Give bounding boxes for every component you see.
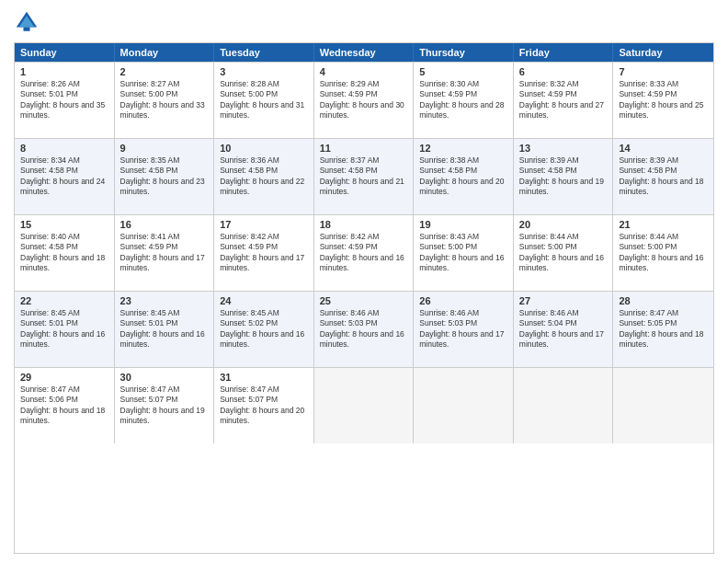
calendar-day-23: 23Sunrise: 8:45 AMSunset: 5:01 PMDayligh… bbox=[115, 292, 215, 367]
calendar-day-26: 26Sunrise: 8:46 AMSunset: 5:03 PMDayligh… bbox=[414, 292, 514, 367]
day-details: Sunrise: 8:27 AMSunset: 5:00 PMDaylight:… bbox=[120, 79, 209, 121]
logo-icon bbox=[14, 9, 40, 35]
day-number: 15 bbox=[20, 219, 108, 230]
weekday-header-thursday: Thursday bbox=[414, 43, 514, 62]
day-number: 27 bbox=[519, 295, 608, 306]
day-number: 26 bbox=[419, 295, 507, 306]
page: SundayMondayTuesdayWednesdayThursdayFrid… bbox=[0, 0, 728, 563]
calendar-day-21: 21Sunrise: 8:44 AMSunset: 5:00 PMDayligh… bbox=[613, 215, 713, 291]
day-number: 5 bbox=[419, 66, 507, 77]
day-number: 21 bbox=[619, 219, 708, 230]
day-number: 18 bbox=[320, 219, 408, 230]
day-details: Sunrise: 8:32 AMSunset: 4:59 PMDaylight:… bbox=[519, 79, 608, 121]
day-details: Sunrise: 8:47 AMSunset: 5:06 PMDaylight:… bbox=[20, 385, 108, 427]
day-number: 19 bbox=[419, 219, 507, 230]
day-number: 1 bbox=[20, 66, 108, 77]
day-number: 13 bbox=[519, 143, 608, 154]
day-details: Sunrise: 8:43 AMSunset: 5:00 PMDaylight:… bbox=[419, 232, 507, 274]
weekday-header-tuesday: Tuesday bbox=[214, 43, 314, 62]
calendar-day-5: 5Sunrise: 8:30 AMSunset: 4:59 PMDaylight… bbox=[414, 63, 514, 138]
svg-rect-2 bbox=[24, 28, 30, 31]
calendar-empty-cell bbox=[414, 368, 514, 443]
calendar-day-13: 13Sunrise: 8:39 AMSunset: 4:58 PMDayligh… bbox=[514, 139, 614, 214]
day-number: 25 bbox=[320, 295, 408, 306]
day-number: 14 bbox=[619, 143, 708, 154]
day-number: 11 bbox=[320, 143, 408, 154]
calendar-day-30: 30Sunrise: 8:47 AMSunset: 5:07 PMDayligh… bbox=[115, 368, 215, 443]
calendar-day-11: 11Sunrise: 8:37 AMSunset: 4:58 PMDayligh… bbox=[314, 139, 415, 214]
calendar-day-16: 16Sunrise: 8:41 AMSunset: 4:59 PMDayligh… bbox=[115, 215, 215, 291]
calendar-day-6: 6Sunrise: 8:32 AMSunset: 4:59 PMDaylight… bbox=[514, 63, 614, 138]
day-details: Sunrise: 8:35 AMSunset: 4:58 PMDaylight:… bbox=[120, 155, 209, 198]
calendar-week-2: 8Sunrise: 8:34 AMSunset: 4:58 PMDaylight… bbox=[15, 138, 713, 214]
day-number: 20 bbox=[519, 219, 608, 230]
calendar-day-15: 15Sunrise: 8:40 AMSunset: 4:58 PMDayligh… bbox=[15, 215, 115, 291]
calendar-week-4: 22Sunrise: 8:45 AMSunset: 5:01 PMDayligh… bbox=[15, 291, 713, 367]
day-number: 6 bbox=[519, 66, 608, 77]
day-details: Sunrise: 8:36 AMSunset: 4:58 PMDaylight:… bbox=[220, 155, 308, 198]
calendar-day-28: 28Sunrise: 8:47 AMSunset: 5:05 PMDayligh… bbox=[613, 292, 713, 367]
calendar-day-25: 25Sunrise: 8:46 AMSunset: 5:03 PMDayligh… bbox=[314, 292, 415, 367]
calendar-day-2: 2Sunrise: 8:27 AMSunset: 5:00 PMDaylight… bbox=[115, 63, 215, 138]
day-number: 8 bbox=[20, 143, 108, 154]
weekday-header-monday: Monday bbox=[115, 43, 215, 62]
day-number: 17 bbox=[220, 219, 308, 230]
weekday-header-friday: Friday bbox=[514, 43, 614, 62]
weekday-header-wednesday: Wednesday bbox=[314, 43, 415, 62]
calendar-empty-cell bbox=[314, 368, 415, 443]
day-details: Sunrise: 8:34 AMSunset: 4:58 PMDaylight:… bbox=[20, 155, 108, 198]
header bbox=[14, 9, 714, 35]
day-details: Sunrise: 8:45 AMSunset: 5:01 PMDaylight:… bbox=[20, 308, 108, 350]
calendar-day-22: 22Sunrise: 8:45 AMSunset: 5:01 PMDayligh… bbox=[15, 292, 115, 367]
day-details: Sunrise: 8:42 AMSunset: 4:59 PMDaylight:… bbox=[320, 232, 408, 274]
day-number: 4 bbox=[320, 66, 408, 77]
calendar-day-3: 3Sunrise: 8:28 AMSunset: 5:00 PMDaylight… bbox=[214, 63, 314, 138]
calendar-header: SundayMondayTuesdayWednesdayThursdayFrid… bbox=[15, 43, 713, 62]
day-details: Sunrise: 8:38 AMSunset: 4:58 PMDaylight:… bbox=[419, 155, 507, 198]
calendar-empty-cell bbox=[613, 368, 713, 443]
calendar-day-8: 8Sunrise: 8:34 AMSunset: 4:58 PMDaylight… bbox=[15, 139, 115, 214]
calendar-day-24: 24Sunrise: 8:45 AMSunset: 5:02 PMDayligh… bbox=[214, 292, 314, 367]
day-details: Sunrise: 8:29 AMSunset: 4:59 PMDaylight:… bbox=[320, 79, 408, 121]
day-number: 30 bbox=[120, 372, 209, 383]
calendar-day-31: 31Sunrise: 8:47 AMSunset: 5:07 PMDayligh… bbox=[214, 368, 314, 443]
calendar-day-18: 18Sunrise: 8:42 AMSunset: 4:59 PMDayligh… bbox=[314, 215, 415, 291]
day-details: Sunrise: 8:30 AMSunset: 4:59 PMDaylight:… bbox=[419, 79, 507, 121]
calendar-day-10: 10Sunrise: 8:36 AMSunset: 4:58 PMDayligh… bbox=[214, 139, 314, 214]
calendar-day-4: 4Sunrise: 8:29 AMSunset: 4:59 PMDaylight… bbox=[314, 63, 415, 138]
day-number: 2 bbox=[120, 66, 209, 77]
weekday-header-saturday: Saturday bbox=[613, 43, 713, 62]
day-details: Sunrise: 8:26 AMSunset: 5:01 PMDaylight:… bbox=[20, 79, 108, 121]
calendar-day-19: 19Sunrise: 8:43 AMSunset: 5:00 PMDayligh… bbox=[414, 215, 514, 291]
day-number: 16 bbox=[120, 219, 209, 230]
logo bbox=[14, 9, 43, 35]
calendar-week-3: 15Sunrise: 8:40 AMSunset: 4:58 PMDayligh… bbox=[15, 214, 713, 291]
calendar-day-27: 27Sunrise: 8:46 AMSunset: 5:04 PMDayligh… bbox=[514, 292, 614, 367]
day-details: Sunrise: 8:40 AMSunset: 4:58 PMDaylight:… bbox=[20, 232, 108, 274]
day-number: 3 bbox=[220, 66, 308, 77]
calendar-day-29: 29Sunrise: 8:47 AMSunset: 5:06 PMDayligh… bbox=[15, 368, 115, 443]
day-details: Sunrise: 8:45 AMSunset: 5:02 PMDaylight:… bbox=[220, 308, 308, 350]
day-details: Sunrise: 8:47 AMSunset: 5:07 PMDaylight:… bbox=[120, 385, 209, 427]
calendar-day-17: 17Sunrise: 8:42 AMSunset: 4:59 PMDayligh… bbox=[214, 215, 314, 291]
day-number: 28 bbox=[619, 295, 708, 306]
day-number: 31 bbox=[220, 372, 308, 383]
day-number: 29 bbox=[20, 372, 108, 383]
calendar-day-12: 12Sunrise: 8:38 AMSunset: 4:58 PMDayligh… bbox=[414, 139, 514, 214]
day-details: Sunrise: 8:46 AMSunset: 5:03 PMDaylight:… bbox=[419, 308, 507, 350]
day-details: Sunrise: 8:44 AMSunset: 5:00 PMDaylight:… bbox=[619, 232, 708, 274]
day-number: 9 bbox=[120, 143, 209, 154]
calendar-day-1: 1Sunrise: 8:26 AMSunset: 5:01 PMDaylight… bbox=[15, 63, 115, 138]
calendar-day-14: 14Sunrise: 8:39 AMSunset: 4:58 PMDayligh… bbox=[613, 139, 713, 214]
day-details: Sunrise: 8:45 AMSunset: 5:01 PMDaylight:… bbox=[120, 308, 209, 350]
day-details: Sunrise: 8:42 AMSunset: 4:59 PMDaylight:… bbox=[220, 232, 308, 274]
calendar-body: 1Sunrise: 8:26 AMSunset: 5:01 PMDaylight… bbox=[15, 62, 713, 443]
day-number: 23 bbox=[120, 295, 209, 306]
day-number: 10 bbox=[220, 143, 308, 154]
calendar-day-7: 7Sunrise: 8:33 AMSunset: 4:59 PMDaylight… bbox=[613, 63, 713, 138]
day-details: Sunrise: 8:33 AMSunset: 4:59 PMDaylight:… bbox=[619, 79, 708, 121]
weekday-header-sunday: Sunday bbox=[15, 43, 115, 62]
day-details: Sunrise: 8:46 AMSunset: 5:04 PMDaylight:… bbox=[519, 308, 608, 350]
day-details: Sunrise: 8:39 AMSunset: 4:58 PMDaylight:… bbox=[619, 155, 708, 198]
calendar-empty-cell bbox=[514, 368, 614, 443]
